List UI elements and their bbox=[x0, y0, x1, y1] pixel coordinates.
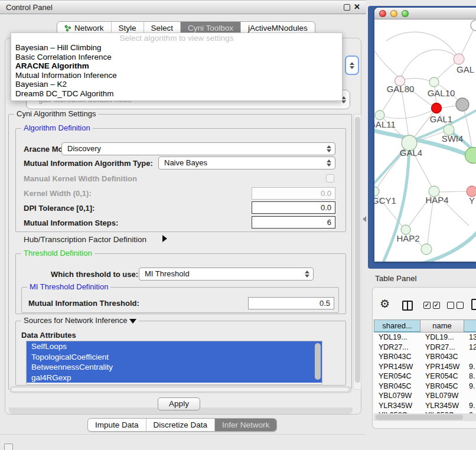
settings-horizontal-scrollbar[interactable] bbox=[9, 386, 352, 393]
kernel-width-label: Kernel Width (0,1): bbox=[24, 189, 92, 198]
float-window-icon[interactable] bbox=[344, 4, 350, 11]
select-all-icon[interactable]: ✓ ✓ bbox=[423, 302, 440, 309]
table-row[interactable]: YPR145WYPR145W9. bbox=[374, 362, 476, 372]
tab-impute-data[interactable]: Impute Data bbox=[88, 419, 146, 431]
settings-vertical-scrollbar[interactable] bbox=[353, 114, 361, 390]
table-row[interactable]: YBR043CYBR043C bbox=[374, 352, 476, 362]
manual-kernel-checkbox bbox=[326, 174, 334, 182]
network-node[interactable] bbox=[421, 244, 432, 255]
table-row[interactable]: YER054CYER054C8. bbox=[374, 371, 476, 381]
table-cell: YBR045C bbox=[374, 381, 420, 392]
dpi-tolerance-label: DPI Tolerance [0,1]: bbox=[24, 204, 94, 213]
network-edge[interactable] bbox=[374, 47, 401, 79]
algorithm-option[interactable]: ARACNE Algorithm bbox=[11, 61, 342, 71]
mi-type-label: Mutual Information Algorithm Type: bbox=[24, 159, 153, 168]
table-cell: YPR145W bbox=[374, 362, 420, 372]
tab-infer-network[interactable]: Infer Network bbox=[215, 419, 276, 431]
algorithm-option[interactable]: Bayesian – Hill Climbing bbox=[11, 43, 342, 53]
control-panel-bottom-tabbar: Impute DataDiscretize DataInfer Network bbox=[87, 418, 277, 432]
table-row[interactable]: YBL079WYBL079W bbox=[374, 391, 476, 401]
hub-section-label[interactable]: Hub/Transcription Factor Definition bbox=[24, 235, 146, 244]
collapse-arrow-icon[interactable] bbox=[129, 319, 136, 324]
network-node[interactable] bbox=[429, 77, 439, 87]
network-edge[interactable] bbox=[386, 32, 458, 58]
column-header[interactable]: shared... bbox=[374, 319, 420, 332]
network-node[interactable] bbox=[471, 20, 476, 31]
network-edge[interactable] bbox=[435, 191, 471, 192]
spinner-arrows-icon bbox=[327, 145, 331, 152]
close-traffic-light-icon[interactable] bbox=[379, 10, 386, 17]
data-attributes-list: SelfLoopsTopologicalCoefficientBetweenne… bbox=[26, 341, 322, 384]
table-row[interactable]: YBR045CYBR045C9. bbox=[374, 381, 476, 392]
table-cell: YLR345W bbox=[374, 401, 420, 411]
node-label: HAP2 bbox=[396, 233, 419, 243]
unchecked-box-icon bbox=[447, 302, 454, 309]
table-panel: ⚙ ✓ ✓ shared...name YDL19...YDL19...13YD… bbox=[372, 287, 476, 429]
network-node[interactable] bbox=[465, 148, 476, 164]
table-row[interactable]: YDL19...YDL19...13 bbox=[374, 332, 476, 343]
minimize-traffic-light-icon[interactable] bbox=[390, 10, 397, 17]
mi-type-combo[interactable]: Naive Bayes bbox=[158, 156, 335, 169]
table-cell bbox=[464, 352, 476, 362]
inference-algorithm-combo-focus-ring[interactable] bbox=[345, 56, 359, 75]
attribute-item[interactable]: gal4RGexp bbox=[27, 373, 322, 383]
deselect-all-icon[interactable] bbox=[447, 302, 464, 309]
mi-steps-field[interactable]: 6 bbox=[252, 216, 335, 229]
columns-icon[interactable] bbox=[402, 301, 413, 311]
attribute-item[interactable]: SelfLoops bbox=[27, 341, 322, 352]
node-label: GAL80 bbox=[387, 84, 415, 94]
scrollbar-thumb[interactable] bbox=[315, 343, 321, 380]
network-node[interactable] bbox=[374, 187, 379, 196]
algorithm-placeholder: Select algorithm to view settings bbox=[11, 33, 342, 43]
cyni-settings-title: Cyni Algorithm Settings bbox=[14, 110, 98, 118]
attribute-item[interactable]: TopologicalCoefficient bbox=[27, 352, 322, 363]
table-cell: YBL079W bbox=[374, 391, 420, 401]
unchecked-box-icon bbox=[457, 302, 464, 309]
table-horizontal-scrollbar[interactable] bbox=[374, 413, 476, 421]
network-node[interactable] bbox=[375, 110, 384, 120]
mi-steps-label: Mutual Information Steps: bbox=[24, 219, 118, 227]
dpi-tolerance-field[interactable]: 0.0 bbox=[252, 201, 335, 214]
network-edge[interactable] bbox=[380, 109, 436, 118]
spinner-arrows-icon bbox=[327, 159, 331, 167]
zoom-traffic-light-icon[interactable] bbox=[402, 10, 409, 17]
apply-button[interactable]: Apply bbox=[158, 397, 200, 410]
node-label: GCY1 bbox=[374, 195, 396, 206]
scrollbar-thumb[interactable] bbox=[376, 415, 463, 420]
collapsed-panel-icon[interactable] bbox=[4, 444, 13, 450]
aracne-mode-combo[interactable]: Discovery bbox=[61, 142, 335, 155]
table-panel-title: Table Panel bbox=[375, 274, 417, 283]
gear-icon[interactable]: ⚙ bbox=[380, 298, 390, 309]
column-header[interactable] bbox=[464, 319, 476, 332]
node-label: GAL4 bbox=[400, 148, 422, 158]
network-edge[interactable] bbox=[400, 50, 459, 80]
table-cell: YDR27... bbox=[374, 343, 420, 353]
attribute-item[interactable]: BetweennessCentrality bbox=[27, 362, 322, 373]
which-threshold-label: Which threshold to use: bbox=[51, 270, 138, 279]
export-table-icon[interactable] bbox=[471, 299, 476, 310]
network-canvas[interactable]: GALGAL80GAL10GAL1GAL11SWI4GAL4GCY1HAP4YH… bbox=[374, 20, 476, 262]
column-header[interactable]: name bbox=[420, 319, 464, 332]
algorithm-option[interactable]: Dream8 DC_TDC Algorithm bbox=[11, 89, 342, 99]
network-node[interactable] bbox=[454, 54, 464, 64]
splitter-collapse-icon[interactable] bbox=[363, 216, 366, 222]
scrollbar-thumb[interactable] bbox=[11, 387, 350, 392]
network-graph[interactable]: GALGAL80GAL10GAL1GAL11SWI4GAL4GCY1HAP4YH… bbox=[374, 20, 476, 262]
algorithm-option[interactable]: Mutual Information Inference bbox=[11, 71, 342, 80]
table-cell: YDL19... bbox=[420, 332, 464, 343]
algorithm-option[interactable]: Basic Correlation Inference bbox=[11, 53, 342, 62]
expand-arrow-icon[interactable] bbox=[162, 235, 167, 242]
table-row[interactable]: YLR345WYLR345W9. bbox=[374, 401, 476, 411]
network-node[interactable] bbox=[456, 98, 469, 111]
table-row[interactable]: YDR27...YDR27...12 bbox=[374, 343, 476, 353]
algorithm-option[interactable]: Bayesian – K2 bbox=[11, 80, 342, 89]
list-vertical-scrollbar[interactable] bbox=[314, 341, 322, 384]
scrollbar-thumb[interactable] bbox=[355, 117, 360, 383]
mi-threshold-field[interactable]: 0.5 bbox=[248, 297, 334, 309]
network-window-titlebar[interactable] bbox=[374, 8, 476, 19]
tab-discretize-data[interactable]: Discretize Data bbox=[146, 419, 216, 431]
network-node[interactable] bbox=[432, 103, 442, 113]
which-threshold-combo[interactable]: MI Threshold bbox=[139, 268, 314, 281]
sources-title[interactable]: Sources for Network Inference bbox=[21, 317, 139, 325]
close-icon[interactable]: ✕ bbox=[354, 2, 360, 11]
